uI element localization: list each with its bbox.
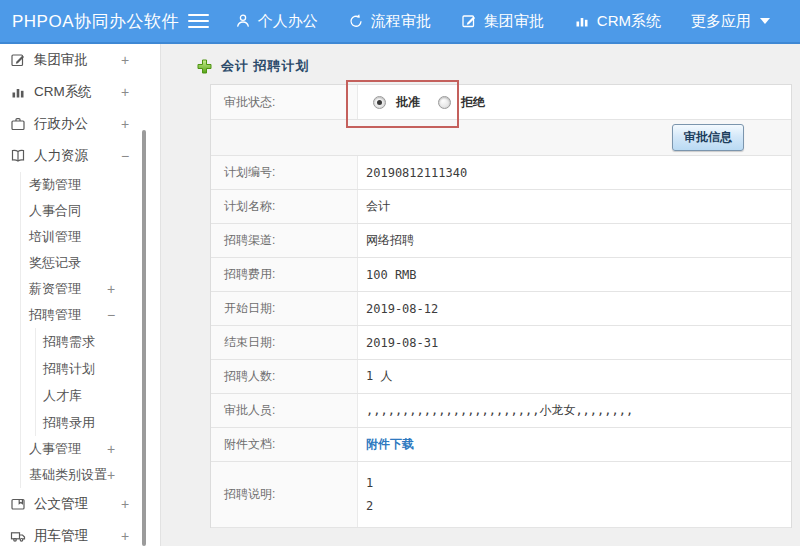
collapse-icon[interactable]: − <box>121 149 129 163</box>
nav-item-label: 个人办公 <box>258 12 318 31</box>
field-value: 100 RMB <box>358 258 791 291</box>
sidebar-item-label: 人事合同 <box>29 202 81 220</box>
app-window: PHPOA协同办公软件 个人办公 流程审批 集团审批 CRM系统 <box>0 0 800 546</box>
sidebar-item-label: 招聘管理 <box>29 306 81 324</box>
sidebar-item-label: 集团审批 <box>34 51 88 69</box>
sidebar-item-label: 薪资管理 <box>29 280 81 298</box>
sidebar-item-recruit-mgmt[interactable]: 招聘管理 − <box>21 302 160 328</box>
nav-item-personal-office[interactable]: 个人办公 <box>235 12 318 31</box>
field-value: 会计 <box>358 190 791 223</box>
app-logo: PHPOA协同办公软件 <box>0 10 188 33</box>
sidebar-item-label: 奖惩记录 <box>29 254 81 272</box>
field-value: 2019-08-31 <box>358 326 791 359</box>
expand-icon[interactable]: + <box>121 497 129 511</box>
table-row: 计划名称: 会计 <box>211 190 791 224</box>
sidebar-item-group-approval[interactable]: 集团审批 + <box>0 44 160 76</box>
sidebar-item-training[interactable]: 培训管理 <box>21 224 160 250</box>
table-row-description: 招聘说明: 1 2 <box>211 462 791 528</box>
field-value: 1 2 <box>358 462 791 527</box>
sidebar-item-label: 基础类别设置 <box>29 466 107 484</box>
field-label: 招聘渠道: <box>211 224 358 257</box>
sidebar-item-label: 行政办公 <box>34 115 88 133</box>
book-icon <box>10 148 27 165</box>
table-row: 审批人员: ,,,,,,,,,,,,,,,,,,,,,,,,小龙女,,,,,,,… <box>211 394 791 428</box>
radio-approve[interactable] <box>373 96 386 109</box>
sidebar-item-label: 人事管理 <box>29 440 81 458</box>
briefcase-icon <box>10 116 27 133</box>
sidebar-item-label: 公文管理 <box>34 495 88 513</box>
sidebar-item-label: 招聘计划 <box>43 360 95 378</box>
attachment-download-link[interactable]: 附件下载 <box>366 436 414 453</box>
field-label: 招聘说明: <box>211 462 358 527</box>
nav-item-more-apps[interactable]: 更多应用 <box>691 12 770 31</box>
field-value: 1 人 <box>358 360 791 393</box>
sidebar-item-reward-punish[interactable]: 奖惩记录 <box>21 250 160 276</box>
nav-item-label: 流程审批 <box>371 12 431 31</box>
collapse-icon[interactable]: − <box>107 308 115 322</box>
nav-item-group-approval[interactable]: 集团审批 <box>461 12 544 31</box>
hr-submenu: 考勤管理 人事合同 培训管理 奖惩记录 薪资管理 + 招聘管理 − 招聘需求 招… <box>20 172 160 488</box>
bar-chart-icon <box>10 84 27 101</box>
sidebar-item-label: 人力资源 <box>34 147 88 165</box>
sidebar-item-human-resources[interactable]: 人力资源 − <box>0 140 160 172</box>
expand-icon[interactable]: + <box>107 468 115 482</box>
sidebar-item-base-category[interactable]: 基础类别设置 + <box>21 462 160 488</box>
sidebar-item-document-mgmt[interactable]: 公文管理 + <box>0 488 160 520</box>
field-value: 批准 拒绝 <box>358 85 791 119</box>
field-value: 2019-08-12 <box>358 292 791 325</box>
edit-square-icon <box>10 52 27 69</box>
description-line: 2 <box>366 499 373 513</box>
nav-item-crm[interactable]: CRM系统 <box>574 12 661 31</box>
add-icon <box>197 59 212 74</box>
approval-radio-group: 批准 拒绝 <box>373 94 493 111</box>
field-value: 20190812111340 <box>358 156 791 189</box>
sidebar-item-hr-contract[interactable]: 人事合同 <box>21 198 160 224</box>
page-title: 会计 招聘计划 <box>197 57 310 75</box>
field-label: 审批状态: <box>211 85 358 119</box>
truck-icon <box>10 528 27 545</box>
detail-table: 审批状态: 批准 拒绝 审批信息 计划编号: 20190812111340 <box>210 84 792 528</box>
menu-icon[interactable] <box>188 10 209 32</box>
table-row: 招聘费用: 100 RMB <box>211 258 791 292</box>
sidebar-item-label: 人才库 <box>43 387 82 405</box>
field-label: 招聘费用: <box>211 258 358 291</box>
sidebar-item-attendance[interactable]: 考勤管理 <box>21 172 160 198</box>
sidebar-item-vehicle-mgmt[interactable]: 用车管理 + <box>0 520 160 546</box>
row-approve-button: 审批信息 <box>211 120 791 156</box>
sidebar-item-crm[interactable]: CRM系统 + <box>0 76 160 108</box>
sidebar-item-label: 考勤管理 <box>29 176 81 194</box>
radio-reject-label: 拒绝 <box>461 94 485 111</box>
nav-item-flow-approval[interactable]: 流程审批 <box>348 12 431 31</box>
expand-icon[interactable]: + <box>107 282 115 296</box>
sidebar-item-label: CRM系统 <box>34 83 92 101</box>
edit-icon <box>461 13 477 29</box>
chart-icon <box>574 13 590 29</box>
expand-icon[interactable]: + <box>121 529 129 543</box>
sidebar-scrollbar[interactable] <box>142 130 146 546</box>
sidebar-item-admin-office[interactable]: 行政办公 + <box>0 108 160 140</box>
expand-icon[interactable]: + <box>121 53 129 67</box>
table-row-attachment: 附件文档: 附件下载 <box>211 428 791 462</box>
table-row: 计划编号: 20190812111340 <box>211 156 791 190</box>
row-approval-status: 审批状态: 批准 拒绝 <box>211 85 791 120</box>
field-value: ,,,,,,,,,,,,,,,,,,,,,,,,小龙女,,,,,,,, <box>358 394 791 427</box>
top-navbar: PHPOA协同办公软件 个人办公 流程审批 集团审批 CRM系统 <box>0 0 800 44</box>
nav-item-label: CRM系统 <box>597 12 661 31</box>
caret-down-icon <box>760 18 770 24</box>
field-value: 网络招聘 <box>358 224 791 257</box>
radio-reject[interactable] <box>438 96 451 109</box>
expand-icon[interactable]: + <box>121 117 129 131</box>
table-row: 招聘人数: 1 人 <box>211 360 791 394</box>
description-line: 1 <box>366 476 373 490</box>
nav-item-label: 更多应用 <box>691 12 751 31</box>
sidebar-item-salary[interactable]: 薪资管理 + <box>21 276 160 302</box>
approve-info-button[interactable]: 审批信息 <box>672 124 744 151</box>
main-content: 会计 招聘计划 审批状态: 批准 拒绝 审批信息 <box>161 44 800 546</box>
field-label: 计划编号: <box>211 156 358 189</box>
expand-icon[interactable]: + <box>121 85 129 99</box>
sidebar-item-personnel-mgmt[interactable]: 人事管理 + <box>21 436 160 462</box>
expand-icon[interactable]: + <box>107 442 115 456</box>
field-label: 开始日期: <box>211 292 358 325</box>
flow-icon <box>348 13 364 29</box>
field-label: 附件文档: <box>211 428 358 461</box>
